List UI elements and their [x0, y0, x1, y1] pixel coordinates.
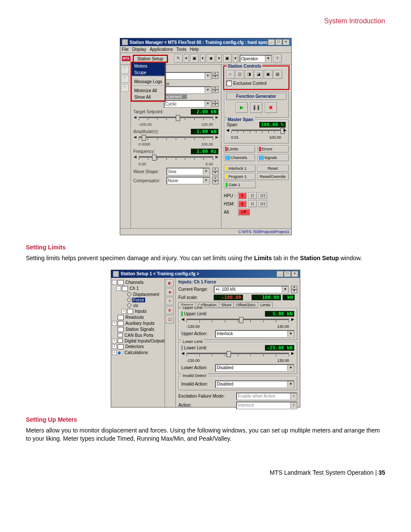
toolbar-button[interactable]: ▣: [223, 54, 232, 63]
chevron-down-icon[interactable]: ▼: [205, 101, 211, 107]
tree-item-dio[interactable]: +Digital Inputs/Outputs: [112, 338, 164, 344]
chevron-down-icon[interactable]: ▼: [287, 365, 294, 371]
type-combo[interactable]: Cyclic▼: [164, 100, 212, 108]
tree-item-readouts[interactable]: Readouts: [112, 314, 164, 320]
invalid-action-combo[interactable]: Disabled▼: [215, 380, 294, 388]
slider-right-arrow[interactable]: ▶: [283, 128, 286, 132]
minimize-button[interactable]: _: [268, 39, 275, 45]
stop-button[interactable]: ■: [265, 103, 277, 113]
lower-action-combo[interactable]: Disabled▼: [215, 364, 294, 372]
toolbox-icon[interactable]: ▫: [121, 84, 129, 92]
slider-left-arrow[interactable]: ◀: [226, 128, 229, 132]
generator-combo[interactable]: ▼: [164, 72, 212, 80]
hpu-off-button[interactable]: [238, 192, 246, 199]
menu-item-show-all[interactable]: Show All: [132, 94, 165, 100]
slider-right-arrow[interactable]: ▶: [291, 317, 294, 321]
menu-file[interactable]: File: [122, 47, 129, 52]
amplitude-slider[interactable]: ◀ ▶: [134, 135, 218, 143]
menu-item-scope[interactable]: Scope: [132, 69, 165, 76]
toolbar-dropdown[interactable]: ▾: [233, 54, 238, 63]
slider-left-arrow[interactable]: ◀: [134, 135, 137, 139]
menu-item-message-logs[interactable]: Message Logs: [132, 78, 165, 85]
tree-item-inputs[interactable]: +Inputs: [112, 308, 164, 314]
span-slider[interactable]: ◀ ▶: [226, 128, 286, 136]
toolbox-icon[interactable]: ▫: [121, 66, 129, 74]
chevron-down-icon[interactable]: ▼: [205, 87, 211, 93]
channels-button[interactable]: Channels: [224, 154, 255, 161]
upper-limit-slider[interactable]: ◀ ▶: [181, 317, 294, 325]
tree-item-displacement[interactable]: Displacement: [112, 292, 164, 297]
chevron-down-icon[interactable]: ▼: [287, 381, 294, 387]
operator-combo[interactable]: Operator ▼: [240, 55, 272, 62]
all-off-button[interactable]: Off: [238, 208, 250, 215]
chevron-down-icon[interactable]: ▼: [203, 177, 209, 184]
tool-icon[interactable]: Y: [166, 298, 174, 305]
lower-limit-slider[interactable]: ◀ ▶: [181, 351, 294, 359]
play-button[interactable]: ▶: [236, 103, 248, 113]
chevron-down-icon[interactable]: ▼: [265, 56, 271, 62]
titlebar[interactable]: Station Manager < MTS FlexTest 60 : Trai…: [120, 38, 291, 46]
target-setpoint-slider[interactable]: ◀ ▶: [134, 115, 218, 123]
sc-icon[interactable]: ◫: [236, 70, 244, 79]
wave-shape-combo[interactable]: Sine▼: [166, 168, 210, 175]
toolbox-icon[interactable]: ▫: [121, 75, 129, 83]
menu-help[interactable]: Help: [190, 47, 199, 52]
spin-up[interactable]: ▲: [291, 286, 297, 289]
slider-left-arrow[interactable]: ◀: [134, 115, 137, 119]
spin-up[interactable]: ▲: [212, 177, 218, 180]
close-button[interactable]: ×: [291, 271, 298, 277]
spin-down[interactable]: ▼: [212, 171, 218, 175]
chevron-down-icon[interactable]: ▼: [287, 331, 294, 337]
menu-item-minimize-all[interactable]: Minimize All: [132, 87, 165, 94]
tab-limits[interactable]: Limits: [258, 302, 273, 308]
slider-left-arrow[interactable]: ◀: [181, 351, 184, 355]
slider-right-arrow[interactable]: ▶: [215, 135, 218, 139]
toolbar-dropdown[interactable]: ▾: [184, 54, 189, 63]
station-setup-button[interactable]: Station Setup: [134, 56, 167, 62]
spin-down[interactable]: ▼: [212, 75, 218, 79]
tree-item-channels[interactable]: -Channels: [112, 280, 164, 286]
gate-status[interactable]: Gate 1: [224, 181, 256, 188]
reset-button[interactable]: Reset: [257, 165, 289, 172]
tree-item-detectors[interactable]: +Detectors: [112, 344, 164, 350]
sc-icon[interactable]: ▣: [264, 70, 273, 79]
spin-up[interactable]: ▲: [212, 100, 218, 103]
current-range-combo[interactable]: +/- 100 kN▼: [214, 286, 289, 293]
hsm-off-button[interactable]: [238, 200, 246, 207]
menu-item-meters[interactable]: Meters: [132, 63, 165, 69]
chevron-down-icon[interactable]: ▼: [282, 286, 288, 292]
spin-down[interactable]: ▼: [212, 90, 218, 93]
menu-display[interactable]: Display: [132, 47, 146, 52]
checkbox-icon[interactable]: [226, 81, 232, 86]
help-button[interactable]: ?: [273, 54, 282, 63]
toolbar-button[interactable]: ✎: [174, 54, 183, 63]
sc-icon[interactable]: ▤: [274, 70, 282, 79]
force-combo[interactable]: ▼: [164, 86, 212, 94]
tree-item-clc[interactable]: clc: [112, 303, 164, 308]
exclusive-control-checkbox[interactable]: Exclusive Control: [226, 81, 286, 86]
tree-item-calc[interactable]: +◆Calculations: [112, 350, 164, 355]
close-button[interactable]: ×: [283, 39, 290, 45]
spin-up[interactable]: ▲: [212, 72, 218, 75]
toolbar-button[interactable]: ◉: [207, 54, 215, 63]
tree-item-aux[interactable]: +Auxiliary Inputs: [112, 320, 164, 327]
hsm-high-button[interactable]: [258, 200, 267, 207]
chevron-down-icon[interactable]: ▼: [205, 73, 211, 79]
hpu-high-button[interactable]: [258, 192, 267, 199]
spin-down[interactable]: ▼: [291, 289, 297, 293]
hpu-low-button[interactable]: [248, 192, 257, 199]
tool-icon[interactable]: ◐: [166, 280, 174, 287]
tool-icon[interactable]: ◫: [166, 316, 174, 324]
tool-icon[interactable]: ⊕: [166, 307, 174, 314]
toolbar-dropdown[interactable]: ▾: [217, 54, 222, 63]
reset-override-button[interactable]: Reset/Override: [257, 173, 289, 180]
tree-item-can[interactable]: CAN Bus Ports: [112, 333, 164, 338]
upper-action-combo[interactable]: Interlock▼: [215, 330, 294, 338]
tree-item-ch1[interactable]: -Ch 1: [112, 286, 164, 292]
tab-offset-zero[interactable]: Offset/Zero: [234, 302, 258, 308]
hsm-low-button[interactable]: [248, 200, 257, 207]
sc-icon[interactable]: ○: [226, 70, 235, 79]
slider-right-arrow[interactable]: ▶: [215, 155, 218, 159]
maximize-button[interactable]: □: [284, 271, 291, 277]
chevron-down-icon[interactable]: ▼: [203, 168, 209, 174]
